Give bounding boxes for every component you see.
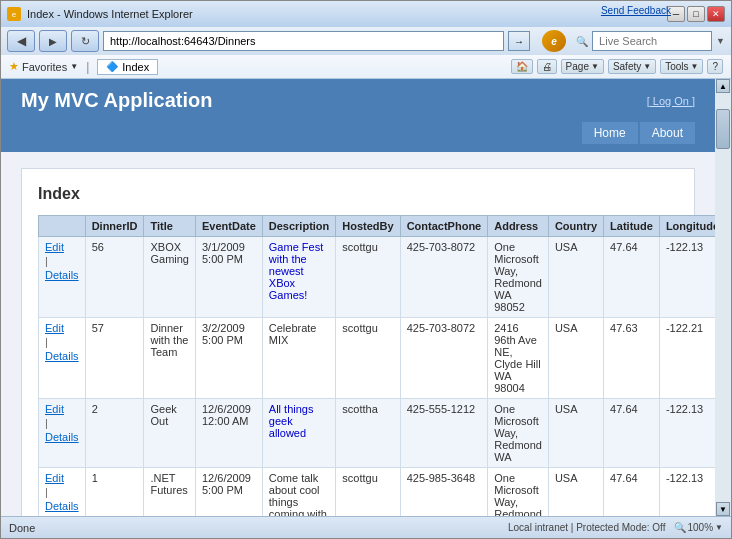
help-btn[interactable]: ? (707, 59, 723, 74)
edit-link[interactable]: Edit (45, 241, 79, 253)
content-inner: Index DinnerID Title EventDate Descripti… (21, 168, 695, 516)
col-longitude: Longitude (659, 216, 715, 237)
col-actions (39, 216, 86, 237)
link-sep: | (45, 417, 79, 429)
edit-link[interactable]: Edit (45, 403, 79, 415)
zoom-arrow-icon: ▼ (715, 523, 723, 532)
longitude-cell: -122.21 (659, 318, 715, 399)
col-dinnerid: DinnerID (85, 216, 144, 237)
longitude-cell: -122.13 (659, 237, 715, 318)
forward-button[interactable]: ▶ (39, 30, 67, 52)
favorites-button[interactable]: ★ Favorites ▼ (9, 60, 78, 73)
zoom-control[interactable]: 🔍 100% ▼ (674, 522, 724, 533)
contactphone-cell: 425-985-3648 (400, 468, 488, 517)
link-sep: | (45, 486, 79, 498)
log-on-link[interactable]: [ Log On ] (647, 95, 695, 107)
zone-badge: Local intranet | Protected Mode: Off (508, 522, 666, 533)
window-title: Index - Windows Internet Explorer (27, 8, 193, 20)
safety-btn[interactable]: Safety ▼ (608, 59, 656, 74)
contactphone-cell: 425-703-8072 (400, 318, 488, 399)
go-button[interactable]: → (508, 31, 530, 51)
latitude-cell: 47.64 (604, 237, 660, 318)
desc-text: Game Fest with the newest XBox Games! (269, 241, 323, 301)
separator: | (86, 60, 89, 74)
home-nav-link[interactable]: Home (582, 122, 638, 144)
star-icon: ★ (9, 60, 19, 73)
col-country: Country (548, 216, 603, 237)
actions-cell: Edit | Details (39, 399, 86, 468)
desc-text: All things geek allowed (269, 403, 314, 439)
actions-cell: Edit | Details (39, 318, 86, 399)
search-input[interactable] (592, 31, 712, 51)
details-link[interactable]: Details (45, 500, 79, 512)
favorites-bar: ★ Favorites ▼ | 🔷 Index 🏠 🖨 Page ▼ Safet… (1, 55, 731, 79)
content-area: Index DinnerID Title EventDate Descripti… (1, 152, 715, 516)
longitude-cell: -122.13 (659, 468, 715, 517)
country-cell: USA (548, 399, 603, 468)
col-address: Address (488, 216, 549, 237)
title-bar: e Index - Windows Internet Explorer Send… (1, 1, 731, 27)
eventdate-cell: 12/6/2009 5:00 PM (196, 468, 263, 517)
title-cell: XBOX Gaming (144, 237, 196, 318)
send-feedback-link[interactable]: Send Feedback (601, 5, 671, 16)
col-description: Description (262, 216, 336, 237)
zoom-level: 100% (688, 522, 714, 533)
maximize-button[interactable]: □ (687, 6, 705, 22)
details-link[interactable]: Details (45, 431, 79, 443)
table-header-row: DinnerID Title EventDate Description Hos… (39, 216, 716, 237)
app-header: My MVC Application [ Log On ] (1, 79, 715, 122)
hostedby-cell: scottgu (336, 237, 400, 318)
eventdate-cell: 3/2/2009 5:00 PM (196, 318, 263, 399)
table-row: Edit | Details 1.NET Futures12/6/2009 5:… (39, 468, 716, 517)
print-icon[interactable]: 🖨 (537, 59, 557, 74)
browser-window: e Index - Windows Internet Explorer Send… (0, 0, 732, 539)
hostedby-cell: scottgu (336, 468, 400, 517)
actions-cell: Edit | Details (39, 468, 86, 517)
edit-link[interactable]: Edit (45, 322, 79, 334)
table-row: Edit | Details 2Geek Out12/6/2009 12:00 … (39, 399, 716, 468)
dinnerid-cell: 1 (85, 468, 144, 517)
row-links: Edit | Details (45, 241, 79, 281)
search-area: 🔍 ▼ (576, 31, 725, 51)
address-cell: 2416 96th Ave NE, Clyde Hill WA 98004 (488, 318, 549, 399)
zoom-icon: 🔍 (674, 522, 686, 533)
app-title: My MVC Application (21, 89, 212, 112)
address-cell: One Microsoft Way, Redmond WA 98052 (488, 237, 549, 318)
latitude-cell: 47.64 (604, 399, 660, 468)
scrollbar-down[interactable]: ▼ (716, 502, 730, 516)
tools-btn[interactable]: Tools ▼ (660, 59, 703, 74)
favorites-label: Favorites (22, 61, 67, 73)
page-btn[interactable]: Page ▼ (561, 59, 604, 74)
index-tab[interactable]: 🔷 Index (97, 59, 158, 75)
search-arrow-icon[interactable]: ▼ (716, 36, 725, 46)
status-right: Local intranet | Protected Mode: Off 🔍 1… (508, 522, 723, 533)
scrollbar-thumb[interactable] (716, 109, 730, 149)
details-link[interactable]: Details (45, 350, 79, 362)
about-nav-link[interactable]: About (640, 122, 695, 144)
scrollbar[interactable]: ▲ ▼ (715, 79, 731, 516)
ie-logo: e (542, 30, 566, 52)
latitude-cell: 47.63 (604, 318, 660, 399)
dinnerid-cell: 56 (85, 237, 144, 318)
eventdate-cell: 3/1/2009 5:00 PM (196, 237, 263, 318)
contactphone-cell: 425-703-8072 (400, 237, 488, 318)
longitude-cell: -122.13 (659, 399, 715, 468)
page-main: My MVC Application [ Log On ] Home About… (1, 79, 715, 516)
row-links: Edit | Details (45, 472, 79, 512)
scrollbar-up[interactable]: ▲ (716, 79, 730, 93)
home-toolbar-btn[interactable]: 🏠 (511, 59, 533, 74)
page-icon: 🔷 (106, 61, 118, 72)
title-cell: Geek Out (144, 399, 196, 468)
refresh-button[interactable]: ↻ (71, 30, 99, 52)
col-contactphone: ContactPhone (400, 216, 488, 237)
details-link[interactable]: Details (45, 269, 79, 281)
address-bar: ◀ ▶ ↻ → e 🔍 ▼ (1, 27, 731, 55)
address-input[interactable] (103, 31, 504, 51)
close-button[interactable]: ✕ (707, 6, 725, 22)
toolbar-right: 🏠 🖨 Page ▼ Safety ▼ Tools ▼ ? (511, 59, 723, 74)
browser-icon: e (7, 7, 21, 21)
edit-link[interactable]: Edit (45, 472, 79, 484)
back-button[interactable]: ◀ (7, 30, 35, 52)
col-latitude: Latitude (604, 216, 660, 237)
dinners-table: DinnerID Title EventDate Description Hos… (38, 215, 715, 516)
